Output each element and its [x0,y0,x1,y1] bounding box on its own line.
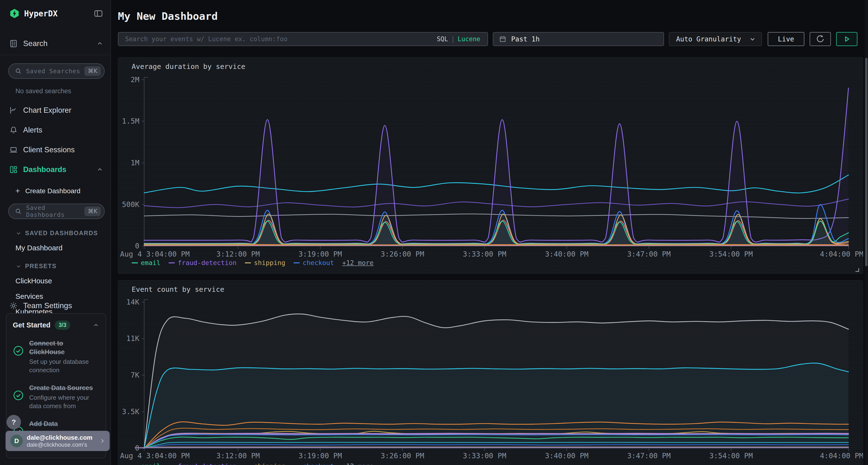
svg-text:2M: 2M [131,75,140,84]
run-query-button[interactable] [836,32,858,46]
user-team: dale@clickhouse.com's [27,441,99,448]
legend-item[interactable]: checkout [293,462,334,465]
bell-icon [9,126,18,134]
svg-text:3:12:00 PM: 3:12:00 PM [216,452,260,460]
hyperdx-app: HyperDX Search [0,0,868,465]
refresh-button[interactable] [810,32,831,46]
svg-text:3:19:00 PM: 3:19:00 PM [299,250,342,258]
legend-label: shipping [254,462,285,465]
legend-dash-icon [293,262,300,263]
refresh-icon [815,34,825,44]
legend-item[interactable]: email [132,462,160,465]
legend-more-link[interactable]: +12 more [342,259,373,266]
sidebar-item-alerts[interactable]: Alerts [0,126,111,134]
presets-section-toggle[interactable]: PRESETS [16,263,111,270]
svg-text:3:26:00 PM: 3:26:00 PM [381,250,424,258]
granularity-value: Auto Granularity [676,35,749,43]
sidebar-item-services[interactable]: Services [16,292,111,300]
create-dashboard-label: Create Dashboard [25,187,81,195]
avg-duration-chart[interactable]: 2M1.5M1M500K0Aug 4 3:04:00 PM3:12:00 PM3… [118,58,863,274]
search-section-icon [9,39,18,48]
saved-searches-input[interactable]: Saved Searches ⌘K [8,63,105,79]
live-button[interactable]: Live [768,32,804,46]
legend-item[interactable]: checkout [293,259,334,266]
get-started-step-connect[interactable]: Connect to ClickHouse Set up your databa… [13,339,99,374]
saved-searches-placeholder: Saved Searches [26,68,84,75]
svg-text:1.5M: 1.5M [122,117,140,125]
legend-label: email [141,462,160,465]
chevron-up-icon[interactable] [93,322,99,329]
saved-dashboards-placeholder: Saved Dashboards [26,204,84,218]
sidebar-item-label: Dashboards [23,165,96,174]
panel-resize-handle[interactable] [856,268,859,272]
get-started-title: Get Started [13,321,51,329]
search-section-label: Search [23,39,96,48]
sidebar-item-label: Client Sessions [23,145,103,154]
search-icon [15,208,22,215]
event-count-chart[interactable]: 14K11K7K3.5K0Aug 4 3:04:00 PM3:12:00 PM3… [118,280,863,465]
svg-text:500K: 500K [122,200,140,209]
user-email: dale@clickhouse.com [27,434,99,441]
legend-item[interactable]: shipping [245,462,285,465]
time-range-picker[interactable]: Past 1h [493,32,664,46]
check-circle-icon [13,390,24,401]
sidebar-item-clickhouse[interactable]: ClickHouse [16,277,111,285]
chart-title: Average duration by service [132,62,245,71]
lucene-toggle[interactable]: Lucene [458,35,480,43]
svg-text:Aug 4 3:04:00 PM: Aug 4 3:04:00 PM [120,250,190,258]
chart-explorer-icon [9,106,18,115]
main-content: My New Dashboard Search your events w/ L… [112,0,868,465]
sql-toggle[interactable]: SQL [437,35,448,43]
saved-dashboards-input[interactable]: Saved Dashboards ⌘K [8,204,105,219]
legend-label: email [141,259,160,266]
svg-text:11K: 11K [126,334,140,343]
sidebar-section-search[interactable]: Search [0,39,111,48]
sidebar-item-dashboards[interactable]: Dashboards [0,165,111,174]
calendar-icon [499,35,506,43]
sidebar-collapse-icon[interactable] [94,9,103,18]
chevron-down-icon [16,230,22,236]
svg-text:3:40:00 PM: 3:40:00 PM [545,452,588,460]
check-circle-icon [13,345,24,356]
saved-dashboards-section-toggle[interactable]: SAVED DASHBOARDS [16,230,111,237]
sidebar-item-chart-explorer[interactable]: Chart Explorer [0,106,111,115]
sidebar-item-client-sessions[interactable]: Client Sessions [0,145,111,154]
legend-item[interactable]: fraud-detection [168,462,237,465]
svg-text:3:33:00 PM: 3:33:00 PM [463,452,506,460]
legend-dash-icon [168,262,175,263]
svg-text:3.5K: 3.5K [122,407,140,416]
legend-label: shipping [254,259,285,266]
sidebar-item-team-settings[interactable]: Team Settings [9,301,72,310]
laptop-icon [9,145,18,154]
sidebar-item-my-dashboard[interactable]: My Dashboard [16,244,111,252]
page-scrollbar[interactable] [865,0,868,465]
svg-text:3:54:00 PM: 3:54:00 PM [709,452,753,460]
search-icon [15,68,22,74]
svg-text:4:04:00 PM: 4:04:00 PM [820,250,863,258]
chart-legend: emailfraud-detectionshippingcheckout+12 … [132,462,373,465]
chart-legend: emailfraud-detectionshippingcheckout+12 … [132,259,373,266]
user-menu[interactable]: D dale@clickhouse.com dale@clickhouse.co… [5,431,110,451]
get-started-step-sources[interactable]: Create Data Sources Configure where your… [13,384,99,410]
legend-item[interactable]: email [132,259,160,266]
legend-label: fraud-detection [178,259,237,266]
legend-item[interactable]: fraud-detection [168,259,237,266]
sidebar: HyperDX Search [0,0,111,465]
presets-header: PRESETS [25,263,57,270]
chart-panel-event-count: Event count by service 14K11K7K3.5K0Aug … [118,280,863,465]
granularity-select[interactable]: Auto Granularity [669,32,762,46]
svg-text:4:04:00 PM: 4:04:00 PM [820,452,863,460]
svg-text:3:12:00 PM: 3:12:00 PM [216,250,260,258]
legend-item[interactable]: shipping [245,259,285,266]
scrollbar-thumb[interactable] [865,58,868,266]
legend-more-link[interactable]: +12 more [342,462,373,465]
logo-row: HyperDX [0,0,111,19]
step-title: Create Data Sources [29,384,99,392]
help-button[interactable]: ? [6,415,21,429]
svg-text:3:47:00 PM: 3:47:00 PM [627,250,671,258]
sidebar-item-label: Alerts [23,126,103,134]
query-language-toggle[interactable]: SQL|Lucene [437,35,480,43]
create-dashboard-button[interactable]: + Create Dashboard [16,187,111,195]
kbd-shortcut-badge: ⌘K [84,206,101,216]
event-search-input[interactable]: Search your events w/ Lucene ex. column:… [118,32,488,46]
